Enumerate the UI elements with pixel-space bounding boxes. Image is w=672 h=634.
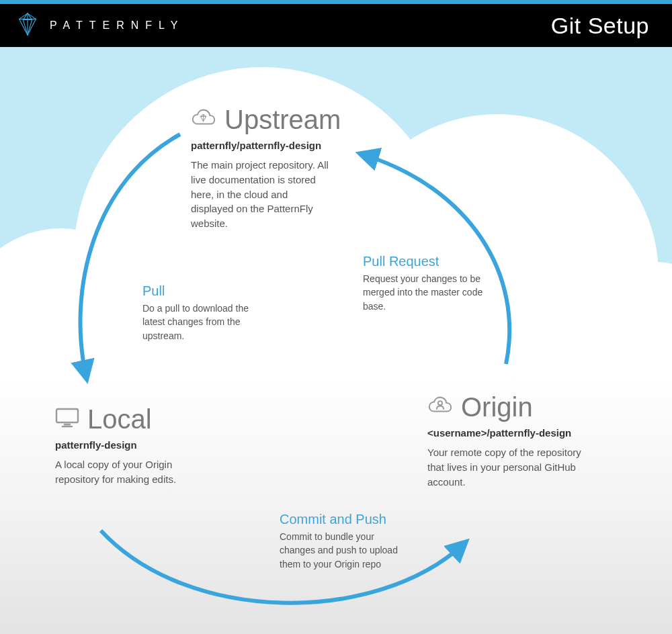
patternfly-logo-icon — [15, 11, 40, 40]
brand: PATTERNFLY — [15, 11, 184, 40]
upstream-title: Upstream — [224, 106, 341, 133]
cloud-origin-icon — [427, 396, 453, 418]
pull-request-desc: Request your changes to be merged into t… — [363, 272, 491, 313]
upstream-desc: The main project repository. All live do… — [191, 158, 332, 231]
origin-path: <username>/patternfly-design — [427, 427, 582, 439]
origin-title: Origin — [461, 394, 533, 420]
page-title: Git Setup — [551, 13, 649, 39]
header: PATTERNFLY Git Setup — [0, 4, 672, 47]
node-local: Local patternfly-design A local copy of … — [55, 406, 210, 487]
local-desc: A local copy of your Origin repository f… — [55, 457, 210, 487]
pull-request-title: Pull Request — [363, 254, 491, 269]
pull-title: Pull — [142, 283, 270, 299]
origin-desc: Your remote copy of the repository that … — [427, 445, 582, 489]
local-title: Local — [87, 406, 152, 433]
local-path: patternfly-design — [55, 439, 210, 451]
upstream-path: patternfly/patternfly-design — [191, 140, 341, 151]
pull-desc: Do a pull to download the latest changes… — [142, 302, 270, 343]
label-pull: Pull Do a pull to download the latest ch… — [142, 283, 270, 343]
svg-point-1 — [438, 401, 442, 405]
brand-name: PATTERNFLY — [50, 19, 184, 32]
label-pull-request: Pull Request Request your changes to be … — [363, 254, 491, 313]
node-upstream: Upstream patternfly/patternfly-design Th… — [191, 106, 341, 231]
node-origin: Origin <username>/patternfly-design Your… — [427, 394, 582, 489]
monitor-icon — [55, 407, 79, 431]
cloud-upstream-icon — [191, 108, 216, 131]
commit-push-title: Commit and Push — [280, 512, 401, 527]
label-commit-push: Commit and Push Commit to bundle your ch… — [280, 512, 401, 571]
svg-rect-0 — [56, 409, 78, 422]
commit-push-desc: Commit to bundle your changes and push t… — [280, 530, 401, 571]
